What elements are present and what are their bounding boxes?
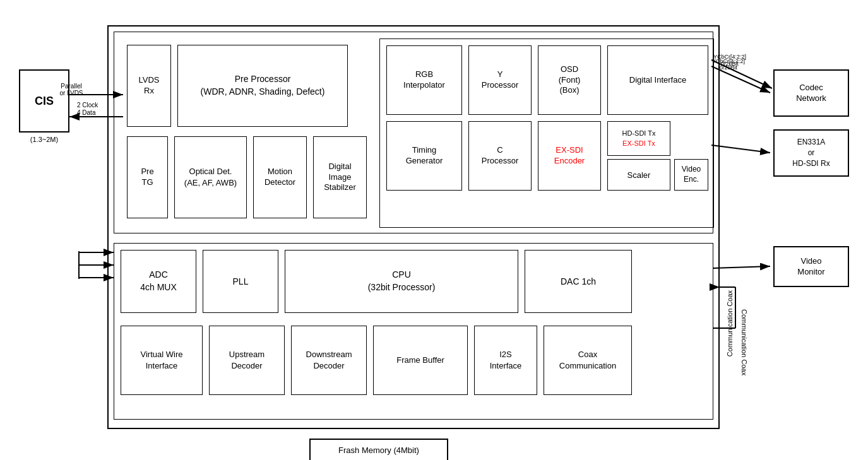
upstream-decoder-label: UpstreamDecoder [229,349,265,372]
codec-network-box: CodecNetwork [773,69,849,117]
lvds-rx-label: LVDSRx [139,75,160,97]
dac-box: DAC 1ch [525,250,632,313]
exsdi-encoder-box: EX-SDIEncoder [538,121,601,191]
virtual-wire-label: Virtual WireInterface [141,349,183,372]
frame-buffer-box: Frame Buffer [373,326,468,395]
timing-generator-box: TimingGenerator [386,121,462,191]
scaler-box: Scaler [607,159,670,191]
i2s-interface-box: I2SInterface [474,326,537,395]
svg-line-23 [711,60,772,88]
cpu-label: CPU(32bit Processor) [368,269,436,293]
en331a-label: EN331AorHD-SDI Rx [792,137,829,168]
video-enc-box: Video Enc. [674,159,708,191]
c-processor-label: CProcessor [482,145,519,167]
adc-box: ADC4ch MUX [121,250,196,313]
en331a-box: EN331AorHD-SDI Rx [773,129,849,177]
pre-processor-label: Pre Processor(WDR, ADNR, Shading, Defect… [201,73,325,98]
coax-communication-label: CoaxCommunication [559,349,616,372]
downstream-decoder-box: DownstreamDecoder [291,326,367,395]
flash-memory-label: Frash Memory (4Mbit) [338,445,419,455]
pre-tg-box: PreTG [127,136,168,218]
y-processor-box: YProcessor [468,45,532,115]
digital-interface-box: Digital Interface [607,45,708,115]
lvds-rx-box: LVDSRx [127,45,171,127]
svg-text:Communication Coax: Communication Coax [740,309,748,376]
virtual-wire-box: Virtual WireInterface [121,326,203,395]
svg-line-11 [711,145,770,153]
pll-label: PLL [233,276,249,286]
video-monitor-box: VideoMonitor [773,246,849,287]
svg-line-8 [711,66,770,93]
hdsdi-tx-box: HD-SDI TxEX-SDI Tx [607,121,670,156]
cis-label: CIS [35,95,54,108]
frame-buffer-label: Frame Buffer [396,355,444,366]
motion-detector-box: MotionDetector [253,136,307,218]
scaler-label: Scaler [627,170,651,180]
svg-text:4 Data: 4 Data [77,109,96,116]
cis-sublabel: (1.3~2M) [19,136,69,143]
svg-text:2 Clock: 2 Clock [77,102,98,109]
coax-communication-box: CoaxCommunication [544,326,632,395]
flash-memory-box: Frash Memory (4Mbit) [309,439,448,460]
right-upper-section: RGBInterpolator YProcessor OSD(Font)(Box… [379,38,714,228]
osd-box: OSD(Font)(Box) [538,45,601,115]
motion-detector-label: MotionDetector [265,167,295,188]
svg-line-12 [713,266,770,268]
video-enc-label: Video Enc. [675,165,708,184]
rgb-interpolator-label: RGBInterpolator [403,69,445,91]
timing-generator-label: TimingGenerator [406,145,443,167]
optical-det-box: Optical Det.(AE, AF, AWB) [174,136,247,218]
dac-label: DAC 1ch [561,276,596,286]
pre-processor-box: Pre Processor(WDR, ADNR, Shading, Defect… [177,45,348,127]
pre-tg-label: PreTG [141,167,153,188]
upper-section: LVDSRx Pre Processor(WDR, ADNR, Shading,… [114,32,713,233]
dis-label: DigitalImageStabilzer [324,162,356,194]
video-monitor-label: VideoMonitor [797,256,824,278]
downstream-decoder-label: DownstreamDecoder [306,349,352,372]
y-processor-label: YProcessor [482,69,519,91]
communication-coax-label: Communication Coax [726,290,734,357]
osd-label: OSD(Font)(Box) [559,64,581,97]
hdsdi-tx-label: HD-SDI TxEX-SDI Tx [622,129,656,148]
pll-box: PLL [203,250,278,313]
exsdi-encoder-label: EX-SDIEncoder [554,145,585,167]
cpu-box: CPU(32bit Processor) [285,250,518,313]
c-processor-box: CProcessor [468,121,532,191]
cis-box: CIS [19,69,69,133]
codec-network-label: CodecNetwork [796,83,826,104]
upstream-decoder-box: UpstreamDecoder [209,326,285,395]
dis-box: DigitalImageStabilzer [313,136,367,218]
svg-text:0/20Bit: 0/20Bit [720,64,738,71]
adc-label: ADC4ch MUX [140,269,177,293]
rgb-interpolator-box: RGBInterpolator [386,45,462,115]
i2s-interface-label: I2SInterface [490,349,522,372]
lower-section: ADC4ch MUX PLL CPU(32bit Processor) DAC … [114,243,713,420]
optical-det-label: Optical Det.(AE, AF, AWB) [184,166,237,189]
digital-interface-label: Digital Interface [629,75,686,86]
svg-text:0/20Bit: 0/20Bit [721,61,739,67]
